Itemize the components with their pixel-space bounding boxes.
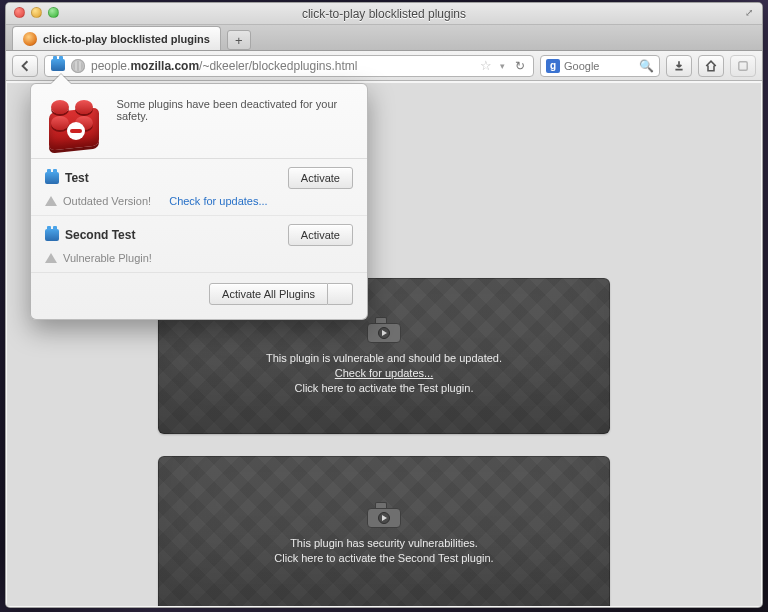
activate-all-split-button: Activate All Plugins <box>209 283 353 305</box>
plugin-name: Second Test <box>65 228 135 242</box>
plugin-icon <box>367 502 401 528</box>
activate-button[interactable]: Activate <box>288 167 353 189</box>
plugin-warning: Vulnerable Plugin! <box>63 252 152 264</box>
placeholder-line: Click here to activate the Test plugin. <box>295 381 474 396</box>
site-identity-icon[interactable] <box>71 59 85 73</box>
plugin-name: Test <box>65 171 89 185</box>
check-updates-link[interactable]: Check for updates... <box>169 195 267 207</box>
placeholder-line: This plugin is vulnerable and should be … <box>266 351 502 366</box>
plugin-row: Second Test Activate Vulnerable Plugin! <box>31 216 367 272</box>
plugin-doorhanger: Some plugins have been deactivated for y… <box>30 83 368 320</box>
fullscreen-icon[interactable]: ⤢ <box>742 6 756 20</box>
google-engine-icon[interactable]: g <box>546 59 560 73</box>
url-bar[interactable]: people.mozilla.com/~dkeeler/blockedplugi… <box>44 55 534 77</box>
svg-rect-0 <box>739 61 747 69</box>
nav-toolbar: people.mozilla.com/~dkeeler/blockedplugi… <box>6 51 762 81</box>
back-button[interactable] <box>12 55 38 77</box>
browser-window: click-to-play blocklisted plugins ⤢ clic… <box>5 2 763 608</box>
tab-active[interactable]: click-to-play blocklisted plugins <box>12 26 221 50</box>
warning-icon <box>45 196 57 206</box>
plugin-notification-icon[interactable] <box>51 59 65 73</box>
tab-strip: click-to-play blocklisted plugins + <box>6 25 762 51</box>
plugin-placeholder[interactable]: This plugin has security vulnerabilities… <box>158 456 610 606</box>
placeholder-line: Click here to activate the Second Test p… <box>274 551 493 566</box>
activate-button[interactable]: Activate <box>288 224 353 246</box>
placeholder-line: This plugin has security vulnerabilities… <box>290 536 478 551</box>
search-icon[interactable]: 🔍 <box>639 59 654 73</box>
blocked-plugin-icon <box>45 96 102 148</box>
plugin-list: Test Activate Outdated Version! Check fo… <box>31 158 367 272</box>
placeholder-update-link[interactable]: Check for updates... <box>335 366 433 381</box>
plugin-lego-icon <box>45 229 59 241</box>
url-text: people.mozilla.com/~dkeeler/blockedplugi… <box>91 59 358 73</box>
activate-all-dropdown[interactable] <box>328 283 353 305</box>
downloads-button[interactable] <box>666 55 692 77</box>
new-tab-button[interactable]: + <box>227 30 251 50</box>
home-button[interactable] <box>698 55 724 77</box>
plugin-warning: Outdated Version! <box>63 195 151 207</box>
minimize-window-button[interactable] <box>31 7 42 18</box>
search-input[interactable] <box>564 60 624 72</box>
plugin-icon <box>367 317 401 343</box>
titlebar: click-to-play blocklisted plugins ⤢ <box>6 3 762 25</box>
toolbar-extra-button[interactable] <box>730 55 756 77</box>
firefox-favicon-icon <box>23 32 37 46</box>
window-title: click-to-play blocklisted plugins <box>302 7 466 21</box>
window-controls <box>14 7 59 18</box>
close-window-button[interactable] <box>14 7 25 18</box>
search-bar[interactable]: g 🔍 <box>540 55 660 77</box>
tab-label: click-to-play blocklisted plugins <box>43 33 210 45</box>
history-dropdown-icon[interactable]: ▾ <box>498 61 507 71</box>
zoom-window-button[interactable] <box>48 7 59 18</box>
plugin-row: Test Activate Outdated Version! Check fo… <box>31 159 367 216</box>
reload-icon[interactable]: ↻ <box>513 59 527 73</box>
plugin-lego-icon <box>45 172 59 184</box>
bookmark-star-icon[interactable]: ☆ <box>480 58 492 73</box>
activate-all-button[interactable]: Activate All Plugins <box>209 283 328 305</box>
panel-message: Some plugins have been deactivated for y… <box>116 96 353 148</box>
warning-icon <box>45 253 57 263</box>
